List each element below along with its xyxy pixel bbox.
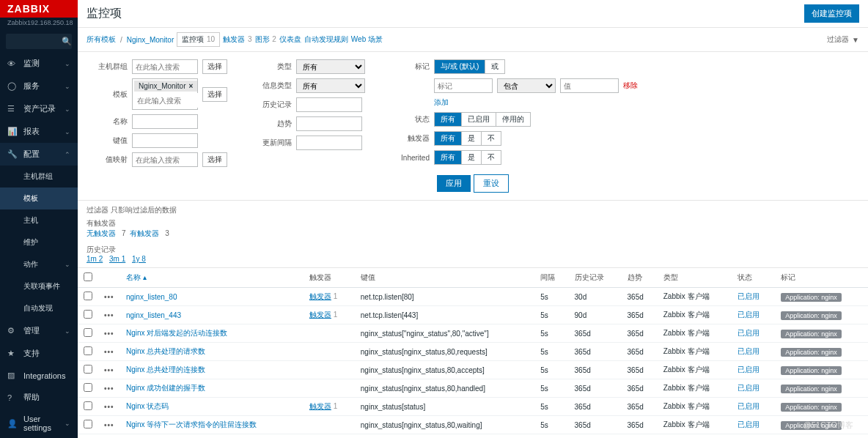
create-item-button[interactable]: 创建监控项 [804, 4, 859, 23]
tab-discovery[interactable]: 自动发现规则 [304, 34, 348, 45]
item-name-link[interactable]: Nginx 状态码 [126, 402, 169, 410]
template-select-button[interactable]: 选择 [202, 87, 227, 102]
tab-items[interactable]: 监控项 10 [177, 32, 220, 47]
logo[interactable]: ZABBIX [0, 0, 78, 18]
row-menu-icon[interactable]: ••• [104, 330, 114, 338]
item-name-link[interactable]: nginx_listen_443 [126, 311, 181, 319]
template-input[interactable] [134, 93, 199, 108]
item-name-link[interactable]: Nginx 对后端发起的活动连接数 [126, 329, 227, 337]
tag-op-select[interactable]: 包含 [497, 78, 556, 93]
row-checkbox[interactable] [84, 401, 92, 410]
template-chip[interactable]: Nginx_Monitor× [134, 81, 197, 92]
name-input[interactable] [132, 114, 198, 129]
close-icon[interactable]: × [188, 82, 193, 90]
bc-template[interactable]: Nginx_Monitor [127, 36, 174, 44]
nav-reports[interactable]: 📊报表⌄ [0, 120, 78, 143]
row-menu-icon[interactable]: ••• [104, 403, 114, 411]
row-menu-icon[interactable]: ••• [104, 421, 114, 429]
col-name[interactable]: 名称 [126, 273, 141, 281]
tab-dashboards[interactable]: 仪表盘 [279, 34, 301, 45]
status-link[interactable]: 已启用 [738, 365, 760, 374]
nav-integrations[interactable]: ▨Integrations [0, 365, 78, 386]
tab-web[interactable]: Web 场景 [351, 34, 383, 45]
sidebar-search[interactable]: 🔍 [6, 34, 72, 49]
seg-trig-all[interactable]: 所有 [435, 132, 462, 145]
col-key[interactable]: 键值 [355, 268, 534, 288]
tag-pill[interactable]: Application: nginx [781, 366, 842, 375]
tag-pill[interactable]: Application: nginx [781, 348, 842, 357]
seg-inh-no[interactable]: 不 [482, 151, 501, 164]
status-link[interactable]: 已启用 [738, 384, 760, 392]
row-checkbox[interactable] [84, 310, 92, 319]
hist-3m[interactable]: 3m 1 [109, 255, 125, 263]
nav-help[interactable]: ?帮助 [0, 386, 78, 409]
state-segment[interactable]: 所有已启用停用的 [434, 112, 531, 127]
tag-pill[interactable]: Application: nginx [781, 293, 842, 302]
apply-button[interactable]: 应用 [437, 175, 471, 192]
col-history[interactable]: 历史记录 [569, 268, 622, 288]
col-triggers[interactable]: 触发器 [304, 268, 355, 288]
tag-pill[interactable]: Application: nginx [781, 403, 842, 412]
subfilter-notrig-link[interactable]: 无触发器 [87, 229, 116, 237]
search-icon[interactable]: 🔍 [57, 34, 76, 49]
history-input[interactable] [296, 97, 362, 112]
tag-name-input[interactable] [434, 78, 493, 93]
item-name-link[interactable]: Nginx 等待下一次请求指令的驻留连接数 [126, 420, 257, 428]
trigger-link[interactable]: 触发器 [309, 292, 331, 300]
tag-remove-link[interactable]: 移除 [623, 81, 638, 91]
seg-state-all[interactable]: 所有 [435, 113, 462, 126]
row-menu-icon[interactable]: ••• [104, 348, 114, 356]
row-menu-icon[interactable]: ••• [104, 385, 114, 393]
inherited-segment[interactable]: 所有是不 [434, 150, 501, 165]
bc-all-templates[interactable]: 所有模板 [87, 34, 116, 45]
sub-discovery[interactable]: 自动发现 [0, 297, 78, 319]
seg-or[interactable]: 或 [485, 60, 504, 73]
tag-add-link[interactable]: 添加 [434, 97, 449, 108]
status-link[interactable]: 已启用 [738, 292, 760, 300]
col-interval[interactable]: 间隔 [534, 268, 568, 288]
tab-graphs[interactable]: 图形 2 [255, 34, 276, 45]
col-trends[interactable]: 趋势 [622, 268, 658, 288]
seg-inh-all[interactable]: 所有 [435, 151, 462, 164]
infotype-select[interactable]: 所有 [296, 78, 365, 93]
sub-templates[interactable]: 模板 [0, 188, 78, 209]
nav-monitor[interactable]: 👁监测⌄ [0, 52, 78, 75]
select-all-checkbox[interactable] [84, 272, 92, 281]
status-link[interactable]: 已启用 [738, 402, 760, 410]
hist-1m[interactable]: 1m 2 [87, 255, 103, 263]
col-type[interactable]: 类型 [658, 268, 732, 288]
trends-input[interactable] [296, 116, 362, 131]
trigger-link[interactable]: 触发器 [309, 311, 331, 319]
status-link[interactable]: 已启用 [738, 420, 760, 428]
sub-correlation[interactable]: 关联项事件 [0, 275, 78, 297]
seg-inh-yes[interactable]: 是 [462, 151, 482, 164]
row-checkbox[interactable] [84, 292, 92, 300]
sub-maintenance[interactable]: 维护 [0, 231, 78, 253]
trigger-link[interactable]: 触发器 [309, 402, 331, 410]
tag-pill[interactable]: Application: nginx [781, 385, 842, 393]
type-select[interactable]: 所有 [296, 59, 365, 74]
col-status[interactable]: 状态 [732, 268, 775, 288]
valuemap-input[interactable] [132, 152, 198, 167]
seg-trig-no[interactable]: 不 [482, 132, 501, 145]
tag-value-input[interactable] [560, 78, 619, 93]
seg-andor[interactable]: 与/或 (默认) [435, 60, 485, 73]
tag-pill[interactable]: Application: nginx [781, 330, 842, 338]
seg-state-disabled[interactable]: 停用的 [496, 113, 530, 126]
subfilter-hastrig-link[interactable]: 有触发器 [130, 229, 159, 237]
hist-1y[interactable]: 1y 8 [132, 255, 146, 263]
search-input[interactable] [6, 34, 57, 49]
nav-support[interactable]: ★支持 [0, 342, 78, 365]
item-name-link[interactable]: Nginx 成功创建的握手数 [126, 384, 205, 392]
row-checkbox[interactable] [84, 420, 92, 428]
seg-trig-yes[interactable]: 是 [462, 132, 482, 145]
row-menu-icon[interactable]: ••• [104, 366, 114, 374]
status-link[interactable]: 已启用 [738, 329, 760, 337]
tag-pill[interactable]: Application: nginx [781, 311, 842, 320]
item-name-link[interactable]: Nginx 总共处理的连接数 [126, 365, 205, 374]
tab-triggers[interactable]: 触发器 3 [223, 34, 251, 45]
sub-hosts[interactable]: 主机 [0, 209, 78, 231]
hostgroup-input[interactable] [132, 59, 198, 74]
item-name-link[interactable]: Nginx 总共处理的请求数 [126, 347, 205, 355]
row-checkbox[interactable] [84, 346, 92, 355]
